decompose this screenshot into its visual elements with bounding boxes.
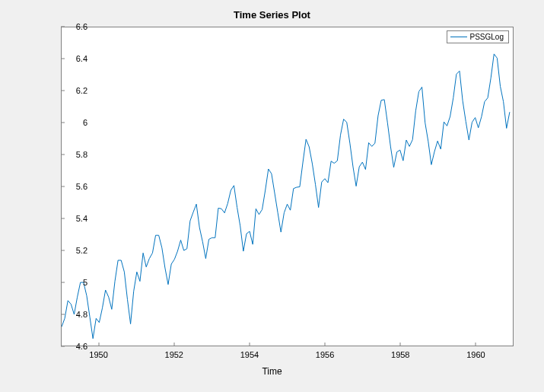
x-axis-label: Time — [0, 366, 544, 377]
x-tick-mark — [325, 343, 326, 346]
legend-label: PSSGLog — [470, 33, 504, 41]
y-tick-mark — [61, 155, 65, 155]
axes — [61, 27, 514, 346]
x-tick-mark — [98, 343, 99, 346]
y-tick-mark — [61, 282, 65, 283]
chart-title: Time Series Plot — [0, 9, 544, 21]
x-tick-label: 1956 — [316, 350, 334, 359]
y-tick-mark — [61, 27, 65, 27]
y-tick-mark — [61, 250, 65, 251]
x-tick-mark — [476, 343, 476, 346]
x-tick-label: 1960 — [466, 350, 485, 359]
line-series — [62, 27, 513, 346]
y-tick-mark — [61, 218, 65, 219]
y-tick-mark — [61, 346, 65, 347]
x-tick-label: 1958 — [391, 350, 409, 359]
x-tick-label: 1954 — [240, 350, 259, 359]
x-tick-mark — [173, 343, 174, 346]
figure: Time Series Plot PSSGLog Time 4.64.855.2… — [0, 0, 544, 392]
x-tick-mark — [400, 343, 401, 346]
y-tick-mark — [61, 186, 65, 187]
x-tick-mark — [249, 343, 250, 346]
y-tick-mark — [61, 123, 65, 123]
x-tick-label: 1952 — [165, 350, 183, 359]
legend: PSSGLog — [447, 30, 509, 43]
y-tick-mark — [61, 91, 65, 91]
legend-swatch — [450, 37, 467, 37]
y-tick-mark — [61, 59, 65, 59]
y-tick-mark — [61, 314, 65, 315]
x-tick-label: 1950 — [89, 350, 107, 359]
